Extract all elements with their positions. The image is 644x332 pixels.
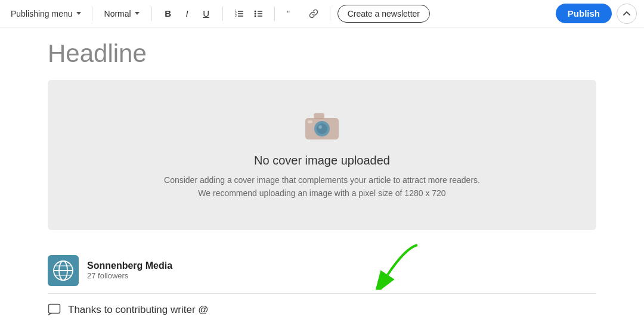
camera-icon <box>303 110 341 142</box>
underline-button[interactable]: U <box>197 5 215 23</box>
svg-point-6 <box>254 10 256 12</box>
svg-rect-14 <box>314 113 324 119</box>
bold-button[interactable]: B <box>159 5 177 23</box>
svg-text:": " <box>287 9 290 18</box>
publishing-menu-chevron-icon <box>76 12 81 15</box>
author-followers: 27 followers <box>87 271 172 280</box>
svg-text:3: 3 <box>235 14 237 17</box>
publishing-menu-label: Publishing menu <box>11 9 73 18</box>
unordered-list-button[interactable] <box>249 5 267 23</box>
ordered-list-icon: 1 2 3 <box>234 9 244 18</box>
collapse-button[interactable] <box>617 4 637 24</box>
svg-point-8 <box>254 15 256 17</box>
link-icon <box>309 9 318 18</box>
divider-2 <box>151 7 152 21</box>
comment-text[interactable]: Thanks to contributing writer @ <box>68 304 209 316</box>
unordered-list-icon <box>253 9 263 18</box>
divider-1 <box>92 7 92 21</box>
svg-point-7 <box>254 13 256 14</box>
author-info: Sonnenberg Media 27 followers <box>87 260 172 280</box>
publishing-menu[interactable]: Publishing menu <box>7 7 85 21</box>
author-section: Sonnenberg Media 27 followers <box>48 248 596 294</box>
toolbar: Publishing menu Normal B I U 1 2 3 <box>0 0 644 27</box>
cover-image-area[interactable]: No cover image uploaded Consider adding … <box>48 80 596 230</box>
comment-area: Thanks to contributing writer @ <box>48 294 596 321</box>
divider-4 <box>274 7 275 21</box>
headline[interactable]: Headline <box>48 39 596 68</box>
cover-image-desc: Consider adding a cover image that compl… <box>164 173 480 200</box>
author-avatar <box>48 255 79 286</box>
svg-rect-18 <box>308 120 312 123</box>
cover-image-desc-line2: We recommend uploading an image with a p… <box>164 187 480 200</box>
author-name: Sonnenberg Media <box>87 260 172 271</box>
cover-image-title: No cover image uploaded <box>254 154 390 167</box>
arrow-annotation <box>358 242 429 292</box>
newsletter-button[interactable]: Create a newsletter <box>338 5 430 23</box>
list-group: 1 2 3 <box>230 5 267 23</box>
format-select[interactable]: Normal <box>100 7 144 21</box>
green-arrow-icon <box>358 242 429 290</box>
quote-icon: " <box>286 9 296 18</box>
comment-icon <box>48 303 61 317</box>
format-label: Normal <box>104 9 131 18</box>
camera-icon-wrapper <box>303 110 341 144</box>
content-area: Headline No cover image uploaded Conside… <box>0 27 644 321</box>
link-button[interactable] <box>305 5 323 23</box>
italic-button[interactable]: I <box>178 5 196 23</box>
ordered-list-button[interactable]: 1 2 3 <box>230 5 248 23</box>
publish-button[interactable]: Publish <box>556 4 612 23</box>
divider-5 <box>330 7 330 21</box>
divider-3 <box>222 7 223 21</box>
quote-button[interactable]: " <box>282 5 300 23</box>
svg-point-17 <box>318 125 322 129</box>
svg-rect-26 <box>49 304 60 313</box>
chevron-up-icon <box>623 10 631 18</box>
format-chevron-icon <box>135 12 140 15</box>
cover-image-desc-line1: Consider adding a cover image that compl… <box>164 173 480 187</box>
author-avatar-icon <box>48 255 79 286</box>
text-format-group: B I U <box>159 5 215 23</box>
svg-point-16 <box>317 123 327 134</box>
